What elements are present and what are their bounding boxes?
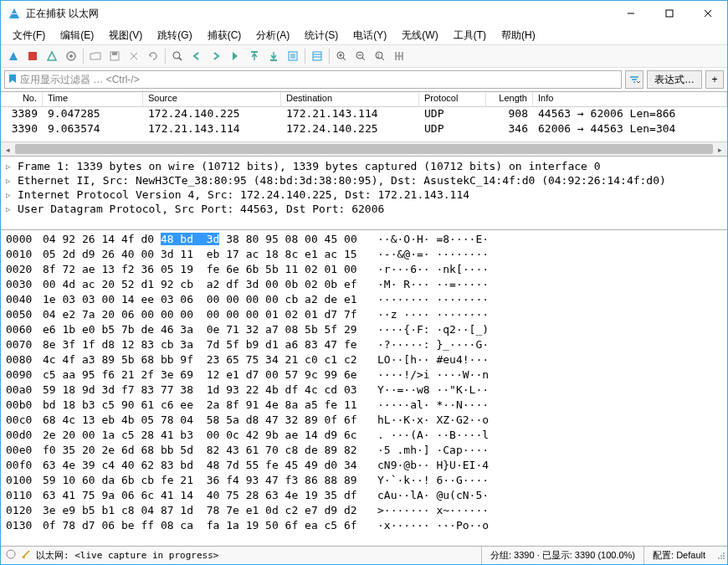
hex-row[interactable]: 001005 2d d9 26 40 00 3d 11 eb 17 ac 18 … [6, 247, 722, 262]
menu-tools[interactable]: 工具(T) [447, 27, 493, 44]
col-header-protocol[interactable]: Protocol [419, 92, 486, 106]
detail-tree-item[interactable]: ▷Ethernet II, Src: NewH3CTe_38:80:95 (48… [1, 173, 727, 187]
packet-bytes[interactable]: 000004 92 26 14 4f d0 48 bd 3d 38 80 95 … [1, 230, 727, 546]
detail-tree-item[interactable]: ▷Internet Protocol Version 4, Src: 172.2… [1, 187, 727, 202]
packet-row[interactable]: 33909.063574172.21.143.114172.24.140.225… [1, 122, 727, 137]
window-title: 正在捕获 以太网 [26, 7, 612, 21]
menu-edit[interactable]: 编辑(E) [54, 27, 100, 44]
packet-details: ▷Frame 1: 1339 bytes on wire (10712 bits… [1, 157, 727, 230]
col-header-no[interactable]: No. [1, 92, 43, 106]
menu-statistics[interactable]: 统计(S) [298, 27, 345, 44]
titlebar: 正在捕获 以太网 [1, 1, 727, 26]
open-file-icon[interactable] [86, 47, 105, 65]
svg-point-11 [173, 52, 180, 59]
close-button[interactable] [689, 1, 727, 26]
col-header-info[interactable]: Info [533, 92, 727, 106]
svg-line-30 [382, 58, 384, 60]
capture-options-icon[interactable] [62, 47, 80, 65]
zoom-out-icon[interactable] [351, 47, 370, 65]
packet-row[interactable]: 33899.047285172.24.140.225172.21.143.114… [1, 107, 727, 122]
hex-row[interactable]: 000004 92 26 14 4f d0 48 bd 3d 38 80 95 … [6, 232, 722, 247]
bookmark-icon [8, 74, 17, 86]
auto-scroll-icon[interactable] [284, 47, 302, 65]
hex-row[interactable]: 0090c5 aa 95 f6 21 2f 3e 69 12 e1 d7 00 … [6, 367, 722, 383]
toolbar: 1 [1, 44, 727, 68]
hex-row[interactable]: 00e0f0 35 20 2e 6d 68 bb 5d 82 43 61 70 … [6, 443, 722, 458]
start-capture-icon[interactable] [4, 47, 23, 65]
maximize-button[interactable] [650, 1, 689, 26]
hex-row[interactable]: 00c068 4c 13 eb 4b 05 78 04 58 5a d8 47 … [6, 413, 722, 428]
col-header-length[interactable]: Length [486, 92, 533, 106]
hex-row[interactable]: 011063 41 75 9a 06 6c 41 14 40 75 28 63 … [6, 488, 722, 503]
hex-row[interactable]: 003000 4d ac 20 52 d1 92 cb a2 df 3d 00 … [6, 277, 722, 292]
detail-tree-item[interactable]: ▷Frame 1: 1339 bytes on wire (10712 bits… [1, 159, 727, 173]
hex-row[interactable]: 00401e 03 03 00 14 ee 03 06 00 00 00 00 … [6, 292, 722, 307]
hex-row[interactable]: 01203e e9 b5 b1 c8 04 87 1d 78 7e e1 0d … [6, 503, 722, 518]
hex-row[interactable]: 010059 10 60 da 6b cb fe 21 36 f4 93 47 … [6, 473, 722, 488]
svg-point-41 [723, 557, 725, 559]
svg-point-38 [723, 555, 725, 557]
packet-list: No. Time Source Destination Protocol Len… [1, 91, 727, 157]
svg-text:1: 1 [377, 53, 380, 59]
menu-telephony[interactable]: 电话(Y) [346, 27, 393, 44]
hex-row[interactable]: 00f063 4e 39 c4 40 62 83 bd 48 7d 55 fe … [6, 458, 722, 473]
find-packet-icon[interactable] [168, 47, 187, 65]
stop-capture-icon[interactable] [23, 47, 42, 65]
restart-capture-icon[interactable] [43, 47, 61, 65]
col-header-time[interactable]: Time [43, 92, 143, 106]
colorize-icon[interactable] [308, 47, 326, 65]
minimize-button[interactable] [612, 1, 650, 26]
hex-row[interactable]: 00708e 3f 1f d8 12 83 cb 3a 7d 5f b9 d1 … [6, 337, 722, 352]
hex-row[interactable]: 00804c 4f a3 89 5b 68 bb 9f 23 65 75 34 … [6, 352, 722, 367]
zoom-in-icon[interactable] [332, 47, 351, 65]
hex-row[interactable]: 0060e6 1b e0 b5 7b de 46 3a 0e 71 32 a7 … [6, 322, 722, 337]
svg-point-6 [69, 54, 73, 58]
resize-columns-icon[interactable] [390, 47, 408, 65]
menubar: 文件(F) 编辑(E) 视图(V) 跳转(G) 捕获(C) 分析(A) 统计(S… [1, 26, 727, 44]
menu-analyze[interactable]: 分析(A) [249, 27, 296, 44]
hex-row[interactable]: 01300f 78 d7 06 be ff 08 ca fa 1a 19 50 … [6, 518, 722, 533]
hex-row[interactable]: 005004 e2 7a 20 06 00 00 00 00 00 00 01 … [6, 307, 722, 322]
reload-icon[interactable] [144, 47, 162, 65]
filter-dropdown-button[interactable] [625, 70, 643, 89]
menu-capture[interactable]: 捕获(C) [201, 27, 249, 44]
svg-rect-4 [28, 52, 37, 60]
hex-row[interactable]: 00208f 72 ae 13 f2 36 05 19 fe 6e 6b 5b … [6, 262, 722, 277]
go-to-packet-icon[interactable] [226, 47, 244, 65]
col-header-source[interactable]: Source [143, 92, 281, 106]
filter-placeholder: 应用显示过滤器 … <Ctrl-/> [20, 73, 140, 87]
add-filter-button[interactable]: + [705, 70, 724, 89]
menu-view[interactable]: 视图(V) [102, 27, 149, 44]
go-last-icon[interactable] [264, 47, 283, 65]
go-back-icon[interactable] [187, 47, 206, 65]
hex-row[interactable]: 00d02e 20 00 1a c5 28 41 b3 00 0c 42 9b … [6, 428, 722, 443]
expand-icon[interactable]: ▷ [6, 205, 14, 213]
svg-point-36 [723, 552, 725, 554]
svg-line-23 [343, 58, 346, 60]
menu-go[interactable]: 跳转(G) [151, 27, 198, 44]
svg-point-40 [720, 557, 722, 559]
save-file-icon[interactable] [105, 47, 124, 65]
expand-icon[interactable]: ▷ [6, 177, 14, 185]
expand-icon[interactable]: ▷ [6, 162, 14, 171]
menu-help[interactable]: 帮助(H) [495, 27, 542, 44]
packet-list-scrollbar-horizontal[interactable]: ◂ ▸ [1, 141, 727, 156]
status-profile[interactable]: 配置: Default [643, 547, 714, 564]
hex-row[interactable]: 00a059 18 9d 3d f7 83 77 38 1d 93 22 4b … [6, 383, 722, 398]
expand-icon[interactable]: ▷ [6, 191, 14, 199]
close-file-icon[interactable] [125, 47, 143, 65]
detail-tree-item[interactable]: ▷User Datagram Protocol, Src Port: 44563… [1, 202, 727, 216]
zoom-reset-icon[interactable]: 1 [371, 47, 389, 65]
expert-info-icon[interactable] [21, 549, 31, 562]
menu-file[interactable]: 文件(F) [6, 27, 52, 44]
status-packets: 分组: 3390 · 已显示: 3390 (100.0%) [481, 547, 643, 564]
display-filter-input[interactable]: 应用显示过滤器 … <Ctrl-/> [4, 70, 622, 89]
resize-grip-icon[interactable] [714, 550, 727, 562]
hex-row[interactable]: 00b0bd 18 b3 c5 90 61 c6 ee 2a 8f 91 4e … [6, 398, 722, 413]
menu-wireless[interactable]: 无线(W) [395, 27, 444, 44]
col-header-destination[interactable]: Destination [281, 92, 419, 106]
go-forward-icon[interactable] [207, 47, 225, 65]
expression-button[interactable]: 表达式… [647, 70, 702, 89]
svg-point-35 [7, 550, 15, 558]
go-first-icon[interactable] [245, 47, 264, 65]
